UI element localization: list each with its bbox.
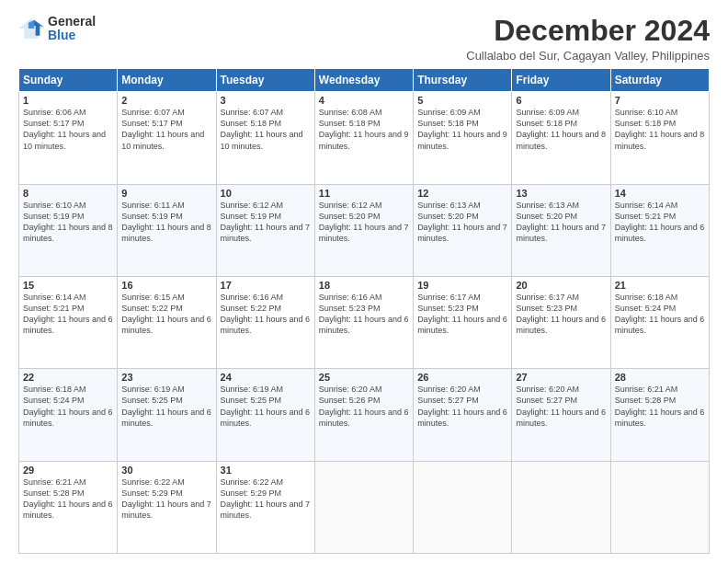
- day-number: 20: [516, 280, 606, 291]
- day-info: Sunrise: 6:18 AM Sunset: 5:24 PM Dayligh…: [615, 292, 705, 337]
- day-info: Sunrise: 6:22 AM Sunset: 5:29 PM Dayligh…: [221, 477, 311, 522]
- day-number: 1: [23, 95, 113, 106]
- daylight-label: Daylight: 11 hours and 6 minutes.: [319, 315, 409, 335]
- day-cell: [512, 461, 610, 553]
- sunrise-label: Sunrise: 6:16 AM: [319, 293, 382, 302]
- sunset-label: Sunset: 5:18 PM: [516, 119, 577, 128]
- day-info: Sunrise: 6:14 AM Sunset: 5:21 PM Dayligh…: [615, 200, 705, 245]
- day-info: Sunrise: 6:15 AM Sunset: 5:22 PM Dayligh…: [121, 292, 211, 337]
- day-info: Sunrise: 6:20 AM Sunset: 5:27 PM Dayligh…: [417, 384, 507, 429]
- sunset-label: Sunset: 5:25 PM: [221, 396, 282, 405]
- daylight-label: Daylight: 11 hours and 6 minutes.: [615, 223, 705, 243]
- sunset-label: Sunset: 5:28 PM: [23, 488, 85, 498]
- page: General Blue December 2024 Cullalabo del…: [0, 0, 728, 563]
- week-row-2: 8 Sunrise: 6:10 AM Sunset: 5:19 PM Dayli…: [19, 184, 710, 276]
- logo-blue: Blue: [48, 29, 96, 42]
- sunset-label: Sunset: 5:21 PM: [615, 212, 677, 221]
- daylight-label: Daylight: 11 hours and 9 minutes.: [417, 130, 507, 150]
- sunrise-label: Sunrise: 6:18 AM: [615, 293, 678, 302]
- sunset-label: Sunset: 5:24 PM: [23, 396, 85, 405]
- daylight-label: Daylight: 11 hours and 7 minutes.: [319, 223, 409, 243]
- day-info: Sunrise: 6:20 AM Sunset: 5:26 PM Dayligh…: [319, 384, 409, 429]
- sunset-label: Sunset: 5:23 PM: [516, 304, 577, 313]
- day-cell: 9 Sunrise: 6:11 AM Sunset: 5:19 PM Dayli…: [118, 184, 216, 276]
- day-info: Sunrise: 6:13 AM Sunset: 5:20 PM Dayligh…: [516, 200, 606, 245]
- day-number: 14: [615, 188, 705, 199]
- daylight-label: Daylight: 11 hours and 9 minutes.: [319, 130, 409, 150]
- day-number: 6: [516, 95, 606, 106]
- sunset-label: Sunset: 5:23 PM: [417, 304, 479, 313]
- day-number: 7: [615, 95, 705, 106]
- daylight-label: Daylight: 11 hours and 6 minutes.: [221, 408, 311, 428]
- day-cell: 17 Sunrise: 6:16 AM Sunset: 5:22 PM Dayl…: [216, 276, 314, 368]
- header-row: SundayMondayTuesdayWednesdayThursdayFrid…: [19, 69, 710, 92]
- day-number: 17: [221, 280, 311, 291]
- header: General Blue December 2024 Cullalabo del…: [18, 15, 710, 63]
- day-info: Sunrise: 6:11 AM Sunset: 5:19 PM Dayligh…: [121, 200, 211, 245]
- day-number: 16: [121, 280, 211, 291]
- sunset-label: Sunset: 5:26 PM: [319, 396, 381, 405]
- day-info: Sunrise: 6:19 AM Sunset: 5:25 PM Dayligh…: [121, 384, 211, 429]
- day-cell: 27 Sunrise: 6:20 AM Sunset: 5:27 PM Dayl…: [512, 369, 610, 461]
- sunrise-label: Sunrise: 6:17 AM: [417, 293, 481, 302]
- day-number: 18: [319, 280, 409, 291]
- day-info: Sunrise: 6:10 AM Sunset: 5:19 PM Dayligh…: [23, 200, 113, 245]
- daylight-label: Daylight: 11 hours and 6 minutes.: [615, 408, 705, 428]
- sunrise-label: Sunrise: 6:09 AM: [516, 108, 579, 117]
- day-cell: 22 Sunrise: 6:18 AM Sunset: 5:24 PM Dayl…: [19, 369, 118, 461]
- day-number: 3: [221, 95, 311, 106]
- sunset-label: Sunset: 5:29 PM: [121, 488, 183, 498]
- sunrise-label: Sunrise: 6:14 AM: [615, 201, 678, 210]
- daylight-label: Daylight: 11 hours and 7 minutes.: [221, 223, 311, 243]
- main-title: December 2024: [466, 15, 710, 47]
- calendar: SundayMondayTuesdayWednesdayThursdayFrid…: [18, 68, 710, 554]
- col-header-tuesday: Tuesday: [216, 69, 314, 92]
- sunrise-label: Sunrise: 6:12 AM: [319, 201, 382, 210]
- day-cell: 14 Sunrise: 6:14 AM Sunset: 5:21 PM Dayl…: [610, 184, 709, 276]
- day-number: 22: [23, 372, 113, 383]
- day-cell: [414, 461, 512, 553]
- day-cell: 24 Sunrise: 6:19 AM Sunset: 5:25 PM Dayl…: [216, 369, 314, 461]
- sunrise-label: Sunrise: 6:20 AM: [417, 385, 481, 394]
- sunrise-label: Sunrise: 6:17 AM: [516, 293, 579, 302]
- day-number: 5: [417, 95, 507, 106]
- sunrise-label: Sunrise: 6:21 AM: [615, 385, 678, 394]
- daylight-label: Daylight: 11 hours and 6 minutes.: [319, 408, 409, 428]
- sunrise-label: Sunrise: 6:22 AM: [221, 477, 284, 487]
- day-number: 10: [221, 188, 311, 199]
- day-number: 15: [23, 280, 113, 291]
- day-cell: 6 Sunrise: 6:09 AM Sunset: 5:18 PM Dayli…: [512, 92, 610, 184]
- day-number: 9: [121, 188, 211, 199]
- sunset-label: Sunset: 5:20 PM: [516, 212, 577, 221]
- day-info: Sunrise: 6:09 AM Sunset: 5:18 PM Dayligh…: [516, 107, 606, 152]
- day-cell: 26 Sunrise: 6:20 AM Sunset: 5:27 PM Dayl…: [414, 369, 512, 461]
- day-number: 4: [319, 95, 409, 106]
- day-number: 23: [121, 372, 211, 383]
- day-number: 26: [417, 372, 507, 383]
- day-info: Sunrise: 6:10 AM Sunset: 5:18 PM Dayligh…: [615, 107, 705, 152]
- day-cell: 1 Sunrise: 6:06 AM Sunset: 5:17 PM Dayli…: [19, 92, 118, 184]
- day-info: Sunrise: 6:20 AM Sunset: 5:27 PM Dayligh…: [516, 384, 606, 429]
- day-cell: 16 Sunrise: 6:15 AM Sunset: 5:22 PM Dayl…: [118, 276, 216, 368]
- daylight-label: Daylight: 11 hours and 7 minutes.: [417, 223, 507, 243]
- day-cell: 13 Sunrise: 6:13 AM Sunset: 5:20 PM Dayl…: [512, 184, 610, 276]
- sunset-label: Sunset: 5:18 PM: [319, 119, 381, 128]
- sunset-label: Sunset: 5:17 PM: [23, 119, 85, 128]
- day-info: Sunrise: 6:12 AM Sunset: 5:20 PM Dayligh…: [319, 200, 409, 245]
- daylight-label: Daylight: 11 hours and 7 minutes.: [221, 500, 311, 520]
- sunrise-label: Sunrise: 6:10 AM: [615, 108, 678, 117]
- day-info: Sunrise: 6:21 AM Sunset: 5:28 PM Dayligh…: [615, 384, 705, 429]
- day-cell: 28 Sunrise: 6:21 AM Sunset: 5:28 PM Dayl…: [610, 369, 709, 461]
- day-number: 19: [417, 280, 507, 291]
- day-info: Sunrise: 6:13 AM Sunset: 5:20 PM Dayligh…: [417, 200, 507, 245]
- col-header-saturday: Saturday: [610, 69, 709, 92]
- day-info: Sunrise: 6:06 AM Sunset: 5:17 PM Dayligh…: [23, 107, 113, 152]
- daylight-label: Daylight: 11 hours and 6 minutes.: [23, 315, 113, 335]
- day-number: 31: [221, 465, 311, 476]
- daylight-label: Daylight: 11 hours and 8 minutes.: [23, 223, 113, 243]
- daylight-label: Daylight: 11 hours and 10 minutes.: [221, 130, 303, 150]
- col-header-sunday: Sunday: [19, 69, 118, 92]
- day-cell: 21 Sunrise: 6:18 AM Sunset: 5:24 PM Dayl…: [610, 276, 709, 368]
- day-cell: 30 Sunrise: 6:22 AM Sunset: 5:29 PM Dayl…: [118, 461, 216, 553]
- day-cell: 12 Sunrise: 6:13 AM Sunset: 5:20 PM Dayl…: [414, 184, 512, 276]
